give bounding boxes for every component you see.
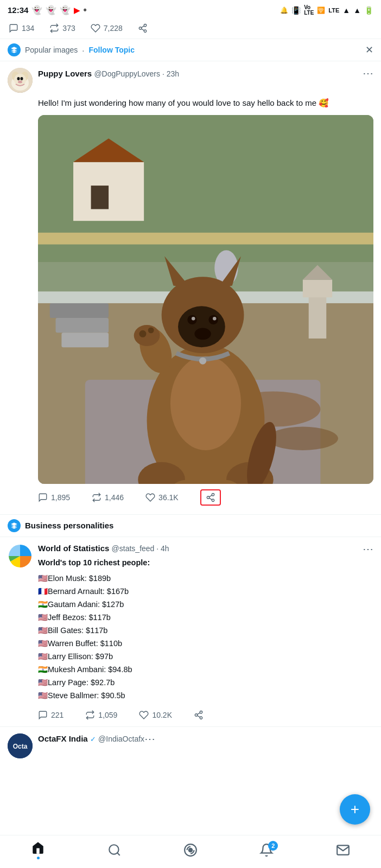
like-stat[interactable]: 7,228 [91, 23, 123, 33]
topic-left: Popular images · Follow Topic [8, 43, 135, 56]
richlist-item-0: 🇺🇸Elon Musk: $189b [38, 572, 373, 585]
retweet-button-2[interactable]: 1,059 [85, 710, 117, 720]
topic-separator: · [82, 46, 84, 55]
nav-spaces[interactable] [183, 843, 198, 857]
follow-topic-button[interactable]: Follow Topic [88, 46, 135, 54]
wifi-icon: 🛜 [317, 7, 325, 14]
retweet-count: 373 [62, 24, 75, 33]
svg-point-34 [178, 306, 225, 347]
retweet-count-2: 1,059 [98, 711, 117, 719]
svg-point-60 [195, 713, 198, 716]
svg-line-63 [197, 713, 200, 714]
nav-messages[interactable] [336, 843, 350, 857]
search-icon [107, 843, 122, 857]
signal-bars-icon: ▲ [342, 6, 350, 15]
svg-point-43 [134, 325, 160, 346]
tweet-card-1: Puppy Lovers @DogPuppyLovers · 23h ⋯ Hel… [0, 61, 381, 515]
svg-point-11 [21, 77, 23, 80]
share-stat[interactable] [138, 23, 148, 33]
richlist-item-8: 🇺🇸Larry Page: $92.7b [38, 676, 373, 690]
nav-home[interactable] [31, 841, 45, 859]
richlist-item-1: 🇫🇷Bernard Arnault: $167b [38, 585, 373, 598]
svg-point-40 [213, 316, 217, 320]
signal-bars2-icon: ▲ [353, 6, 361, 15]
svg-point-0 [144, 24, 147, 27]
ghost-icon3: 👻 [60, 5, 71, 15]
richlist-item-6: 🇺🇸Larry Ellison: $97b [38, 650, 373, 663]
battery-icon: 🔋 [364, 6, 373, 15]
tweet-more-button-3[interactable]: ⋯ [144, 733, 155, 744]
svg-point-61 [200, 717, 202, 719]
share-button-2[interactable] [194, 710, 204, 720]
svg-rect-21 [50, 303, 109, 317]
tweet-author-row-1: Puppy Lovers @DogPuppyLovers · 23h ⋯ [38, 68, 373, 79]
comment-stat[interactable]: 134 [9, 23, 34, 33]
svg-rect-19 [38, 232, 373, 244]
avatar-puppy[interactable] [8, 68, 33, 93]
topic-icon [8, 43, 21, 56]
tweet-image-1[interactable] [38, 115, 373, 484]
tweet-more-button-2[interactable]: ⋯ [363, 544, 373, 554]
comment-icon [9, 23, 18, 33]
home-active-dot [37, 857, 40, 859]
nav-search[interactable] [107, 843, 122, 857]
comment-button-2[interactable]: 221 [38, 710, 63, 720]
svg-point-1 [139, 27, 142, 30]
share-button-1[interactable] [200, 489, 221, 506]
avatar-stats[interactable] [8, 544, 33, 569]
comment-count-1: 1,895 [51, 493, 70, 502]
compose-fab[interactable]: + [340, 794, 370, 825]
heart-icon-1 [145, 493, 155, 502]
nav-notifications[interactable]: 2 [259, 843, 274, 857]
tweet-actions-2: 221 1,059 10.2K [8, 706, 373, 720]
signal-text-icon: VoLTE [304, 5, 314, 16]
retweet-icon [49, 23, 59, 33]
retweet-stat[interactable]: 373 [49, 23, 75, 33]
heart-icon [91, 23, 100, 33]
svg-point-10 [17, 77, 20, 80]
tweet-handle-3: @IndiaOctafx [98, 735, 144, 743]
svg-rect-23 [61, 333, 109, 347]
svg-point-12 [18, 81, 22, 84]
like-count-2: 10.2K [152, 711, 172, 719]
comment-icon-1 [38, 493, 48, 502]
retweet-count-1: 1,446 [105, 493, 124, 502]
ghost-icon2: 👻 [46, 5, 56, 15]
comment-icon-2 [38, 710, 48, 720]
tweet-more-button-1[interactable]: ⋯ [363, 68, 373, 79]
svg-rect-22 [56, 318, 109, 333]
comment-count-2: 221 [51, 711, 63, 719]
youtube-icon: ▶ [74, 6, 80, 15]
like-button-2[interactable]: 10.2K [139, 710, 172, 720]
avatar-octafx[interactable]: Octa [8, 733, 33, 758]
tweet-author-info-2: World of Statistics @stats_feed · 4h [38, 544, 169, 553]
svg-point-54 [212, 499, 214, 502]
lte-label: LTE [328, 7, 339, 14]
retweet-icon-2 [85, 710, 95, 720]
tweet-card-3-preview: Octa OctaFX India ✓ @IndiaOctafx ⋯ [0, 727, 381, 765]
tweet-content-2: World of Statistics @stats_feed · 4h ⋯ W… [38, 544, 373, 703]
like-button-1[interactable]: 36.1K [145, 493, 179, 502]
richlist-item-4: 🇺🇸Bill Gates: $117b [38, 624, 373, 637]
svg-line-3 [141, 29, 144, 30]
comment-button-1[interactable]: 1,895 [38, 493, 70, 502]
svg-point-53 [207, 496, 209, 499]
tweet-author-name-1: Puppy Lovers [38, 69, 92, 78]
spaces-icon [183, 843, 198, 857]
status-left: 12:34 👻 👻 👻 ▶ • [8, 4, 87, 16]
messages-icon [336, 843, 350, 857]
retweet-button-1[interactable]: 1,446 [92, 493, 124, 502]
svg-point-66 [109, 845, 118, 854]
tweet-actions-1: 1,895 1,446 36.1K [8, 484, 373, 508]
close-topic-button[interactable]: ✕ [365, 44, 373, 56]
business-personalities-section: Business personalities [0, 515, 381, 537]
like-count: 7,228 [104, 24, 123, 33]
alarm-icon: 🔔 [280, 7, 288, 14]
dot-indicator: • [83, 4, 86, 16]
svg-point-26 [268, 426, 338, 450]
vibrate-icon: 📳 [291, 6, 301, 15]
svg-line-62 [197, 716, 200, 717]
tweet-text-1: Hello! I'm just wondering how many of yo… [8, 97, 373, 110]
tweet-meta-1: Puppy Lovers @DogPuppyLovers · 23h ⋯ [38, 68, 373, 79]
svg-line-67 [117, 853, 120, 856]
